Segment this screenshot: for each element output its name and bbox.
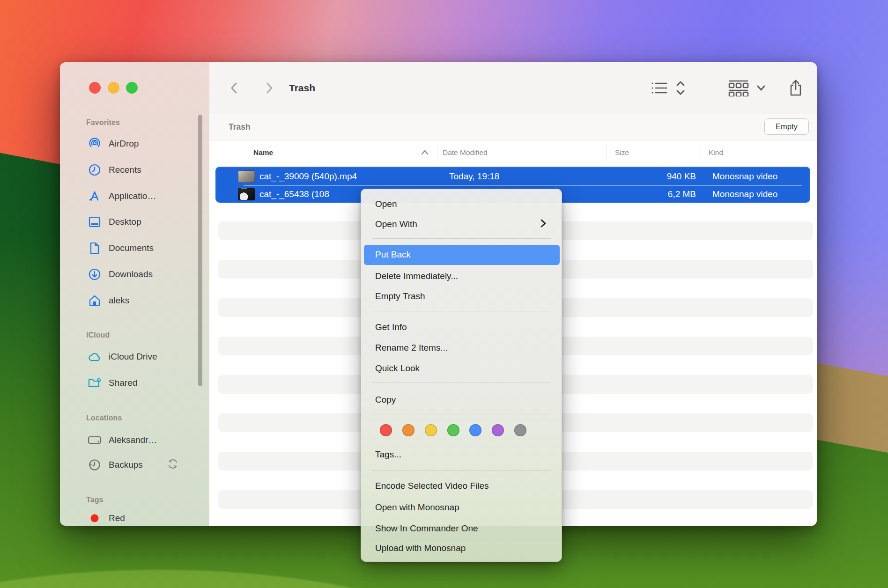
share-icon[interactable] — [789, 79, 803, 97]
menu-item-label: Quick Look — [375, 363, 420, 374]
video-thumbnail-icon — [238, 170, 255, 183]
file-row[interactable]: cat_-_39009 (540p).mp4Today, 19:18940 KB… — [216, 168, 809, 185]
display-icon — [87, 433, 102, 448]
sidebar-item-applicatio[interactable]: Applicatio… — [60, 187, 209, 205]
clock-icon — [87, 162, 102, 177]
column-header-date[interactable]: Date Modified — [443, 148, 488, 157]
menu-item-tags[interactable]: Tags... — [364, 445, 560, 465]
file-name: cat_-_65438 (108 — [259, 189, 329, 199]
close-window-button[interactable] — [89, 82, 101, 94]
menu-item-show-in-commander-one[interactable]: Show In Commander One — [364, 519, 560, 539]
sync-icon — [167, 458, 179, 472]
sidebar-item-shared[interactable]: Shared — [60, 374, 209, 392]
sort-ascending-icon[interactable] — [421, 148, 429, 157]
menu-item-copy[interactable]: Copy — [364, 390, 560, 410]
sidebar-item-label: AirDrop — [109, 139, 139, 149]
menu-item-label: Put Back — [375, 250, 411, 260]
sidebar-item-red[interactable]: Red — [60, 509, 209, 526]
forward-button[interactable] — [263, 80, 275, 96]
menu-separator — [372, 414, 551, 414]
tag-color-red-icon[interactable] — [380, 424, 392, 436]
sidebar-item-label: aleks — [109, 295, 129, 306]
group-by-icon[interactable] — [728, 80, 749, 96]
sidebar-item-aleks[interactable]: aleks — [60, 292, 209, 309]
video-thumbnail-icon — [238, 188, 255, 200]
menu-item-open-with[interactable]: Open With — [364, 214, 560, 235]
tag-color-orange-icon[interactable] — [402, 424, 414, 436]
sidebar-item-label: Aleksandr… — [109, 435, 157, 445]
menu-item-label: Open — [375, 199, 397, 209]
column-divider[interactable] — [437, 144, 437, 162]
file-date-modified: Today, 19:18 — [449, 171, 499, 182]
menu-item-empty-trash[interactable]: Empty Trash — [364, 287, 560, 307]
menu-tag-colors-row — [364, 420, 560, 441]
menu-item-quick-look[interactable]: Quick Look — [364, 359, 560, 379]
menu-item-label: Show In Commander One — [375, 523, 478, 534]
menu-item-label: Delete Immediately... — [375, 271, 458, 281]
column-divider[interactable] — [607, 144, 607, 162]
column-header-row: Name Date Modified Size Kind — [209, 140, 817, 165]
sidebar-item-airdrop[interactable]: AirDrop — [60, 135, 209, 153]
sidebar-item-backups[interactable]: Backups — [60, 456, 209, 474]
menu-item-label: Tags... — [375, 449, 401, 460]
menu-separator — [372, 238, 551, 239]
empty-trash-button[interactable]: Empty — [764, 118, 809, 135]
history-icon — [87, 457, 102, 472]
sidebar-scrollbar[interactable] — [198, 115, 202, 386]
sidebar-item-recents[interactable]: Recents — [60, 161, 209, 179]
sidebar-item-desktop[interactable]: Desktop — [60, 213, 209, 231]
view-sort-chevrons-icon[interactable] — [675, 80, 686, 96]
tag-color-purple-icon[interactable] — [492, 424, 504, 436]
sidebar-item-documents[interactable]: Documents — [60, 239, 209, 257]
group-chevron-icon[interactable] — [756, 85, 766, 91]
sidebar-item-label: Documents — [109, 243, 154, 253]
file-kind: Monosnap video — [712, 171, 777, 182]
path-bar: Trash Empty — [209, 114, 817, 140]
home-icon — [87, 293, 102, 308]
menu-item-open-with-monosnap[interactable]: Open with Monosnap — [364, 498, 560, 518]
column-header-name[interactable]: Name — [253, 148, 273, 157]
menu-item-encode-selected-video-files[interactable]: Encode Selected Video Files — [364, 476, 560, 496]
sidebar-item-label: Red — [109, 513, 125, 523]
file-name: cat_-_39009 (540p).mp4 — [259, 171, 357, 182]
tag-color-yellow-icon[interactable] — [425, 424, 437, 436]
file-size: 6,2 MB — [668, 189, 696, 199]
submenu-chevron-icon — [540, 219, 547, 230]
column-divider[interactable] — [701, 144, 701, 162]
menu-item-get-info[interactable]: Get Info — [364, 317, 560, 338]
back-button[interactable] — [228, 80, 240, 96]
sidebar-item-icloud-drive[interactable]: iCloud Drive — [60, 348, 209, 366]
menu-item-label: Copy — [375, 395, 396, 405]
sidebar-item-label: Downloads — [109, 269, 153, 279]
sidebar-item-aleksandr[interactable]: Aleksandr… — [60, 431, 209, 449]
sidebar-item-downloads[interactable]: Downloads — [60, 265, 209, 283]
file-kind: Monosnap video — [712, 189, 777, 199]
menu-item-delete-immediately[interactable]: Delete Immediately... — [364, 266, 560, 287]
menu-item-put-back[interactable]: Put Back — [364, 245, 560, 265]
menu-item-label: Empty Trash — [375, 291, 425, 301]
tag-color-gray-icon[interactable] — [514, 424, 526, 436]
minimize-window-button[interactable] — [108, 82, 119, 94]
tag-color-green-icon[interactable] — [447, 424, 459, 436]
sidebar-item-label: iCloud Drive — [109, 352, 157, 362]
tag-color-blue-icon[interactable] — [469, 424, 481, 436]
window-title: Trash — [289, 82, 315, 94]
document-icon — [87, 241, 102, 256]
sidebar-item-label: Recents — [109, 165, 141, 175]
toolbar: Trash — [209, 62, 817, 114]
menu-item-label: Open With — [375, 219, 417, 229]
column-header-size[interactable]: Size — [615, 148, 629, 157]
file-size: 940 KB — [667, 171, 696, 182]
menu-item-upload-with-monosnap[interactable]: Upload with Monosnap — [364, 538, 560, 559]
airdrop-icon — [87, 136, 102, 151]
menu-item-rename-2-items[interactable]: Rename 2 Items... — [364, 338, 560, 358]
zoom-window-button[interactable] — [126, 82, 138, 94]
sidebar: FavoritesAirDropRecentsApplicatio…Deskto… — [60, 62, 210, 526]
column-header-kind[interactable]: Kind — [709, 148, 723, 157]
menu-item-label: Encode Selected Video Files — [375, 481, 489, 491]
menu-item-open[interactable]: Open — [364, 194, 560, 214]
list-view-icon[interactable] — [651, 81, 668, 95]
menu-item-label: Upload with Monosnap — [375, 543, 466, 553]
context-menu: OpenOpen WithPut BackDelete Immediately.… — [361, 189, 562, 562]
menu-separator — [372, 382, 551, 382]
